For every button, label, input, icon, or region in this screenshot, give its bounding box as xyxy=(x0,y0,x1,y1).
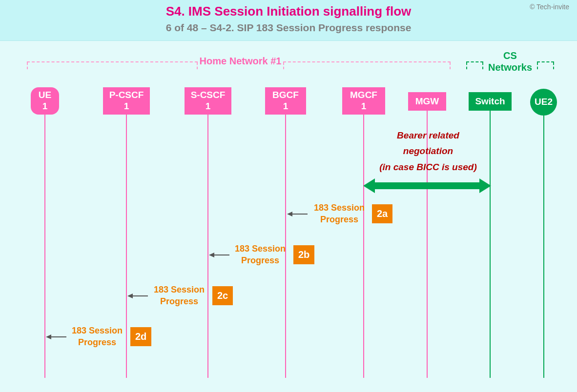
node-scscf1-l2: 1 xyxy=(206,101,211,112)
step-2c-text: 183 Session Progress xyxy=(147,284,211,308)
step-2a-l2: Progress xyxy=(320,215,358,224)
bearer-l2: negotiation xyxy=(403,146,453,156)
step-2d-l2: Progress xyxy=(78,337,116,347)
step-2d-l1: 183 Session xyxy=(72,326,123,335)
node-ue1: UE 1 xyxy=(31,87,59,115)
node-ue1-l2: 1 xyxy=(42,101,48,112)
lifeline-ue2 xyxy=(543,116,544,378)
step-2a-arrow xyxy=(292,214,308,215)
home-network-bracket xyxy=(27,61,198,62)
node-ue2: UE2 xyxy=(530,89,557,116)
step-2c-arrow xyxy=(132,295,148,296)
home-network-label: Home Network #1 xyxy=(198,56,283,67)
node-pcscf1-l1: P-CSCF xyxy=(109,90,144,101)
step-2a-text: 183 Session Progress xyxy=(308,202,371,226)
cs-label-line2: Networks xyxy=(488,62,532,73)
node-mgcf1: MGCF 1 xyxy=(342,87,385,115)
step-2b-text: 183 Session Progress xyxy=(228,243,292,267)
step-2d-text: 183 Session Progress xyxy=(65,325,129,349)
step-2b-id: 2b xyxy=(298,249,309,260)
step-2c-l2: Progress xyxy=(160,296,198,306)
node-bgcf1: BGCF 1 xyxy=(265,87,306,115)
step-2b-badge: 2b xyxy=(293,245,314,264)
step-2b-l2: Progress xyxy=(241,255,279,265)
home-network-bracket-right xyxy=(283,61,451,62)
step-2a-id: 2a xyxy=(377,208,388,219)
node-mgw-label: MGW xyxy=(415,96,439,107)
node-scscf1: S-CSCF 1 xyxy=(185,87,231,115)
diagram-subtitle: 6 of 48 – S4-2. SIP 183 Session Progress… xyxy=(10,22,567,34)
node-pcscf1: P-CSCF 1 xyxy=(103,87,150,115)
step-2a-l1: 183 Session xyxy=(314,203,365,213)
cs-networks-bracket-right xyxy=(537,61,554,62)
node-switch-label: Switch xyxy=(475,96,505,107)
lifeline-mgcf1 xyxy=(363,115,364,378)
bearer-l3: (in case BICC is used) xyxy=(379,162,477,172)
cs-label-line1: CS xyxy=(503,50,517,61)
step-2d-badge: 2d xyxy=(130,327,151,346)
copyright-text: © Tech-invite xyxy=(530,3,569,11)
diagram-header: S4. IMS Session Initiation signalling fl… xyxy=(0,0,577,41)
cs-networks-bracket-left xyxy=(466,61,483,62)
lifeline-ue1 xyxy=(44,115,45,378)
node-ue1-l1: UE xyxy=(39,90,51,101)
node-pcscf1-l2: 1 xyxy=(124,101,129,112)
step-2a-badge: 2a xyxy=(372,204,392,223)
node-switch: Switch xyxy=(469,92,512,111)
lifeline-scscf1 xyxy=(207,115,208,378)
bearer-annotation: Bearer related negotiation (in case BICC… xyxy=(367,128,489,175)
step-2b-arrow xyxy=(214,255,229,255)
lifeline-switch xyxy=(490,111,491,378)
diagram-title: S4. IMS Session Initiation signalling fl… xyxy=(10,4,567,19)
step-2d-arrow xyxy=(51,336,66,337)
node-scscf1-l1: S-CSCF xyxy=(191,90,226,101)
bearer-arrow xyxy=(374,182,480,189)
node-ue2-label: UE2 xyxy=(535,97,553,108)
node-bgcf1-l1: BGCF xyxy=(272,90,299,101)
cs-networks-label: CS Networks xyxy=(483,50,537,73)
node-mgcf1-l2: 1 xyxy=(361,101,367,112)
step-2c-l1: 183 Session xyxy=(154,285,205,294)
step-2d-id: 2d xyxy=(135,331,146,342)
bearer-l1: Bearer related xyxy=(397,130,459,140)
node-bgcf1-l2: 1 xyxy=(283,101,288,112)
node-mgcf1-l1: MGCF xyxy=(350,90,377,101)
step-2b-l1: 183 Session xyxy=(235,244,286,254)
step-2c-id: 2c xyxy=(217,290,228,301)
node-mgw: MGW xyxy=(408,92,446,111)
step-2c-badge: 2c xyxy=(212,286,233,305)
sequence-diagram: Home Network #1 CS Networks UE 1 P-CSCF … xyxy=(0,41,577,392)
